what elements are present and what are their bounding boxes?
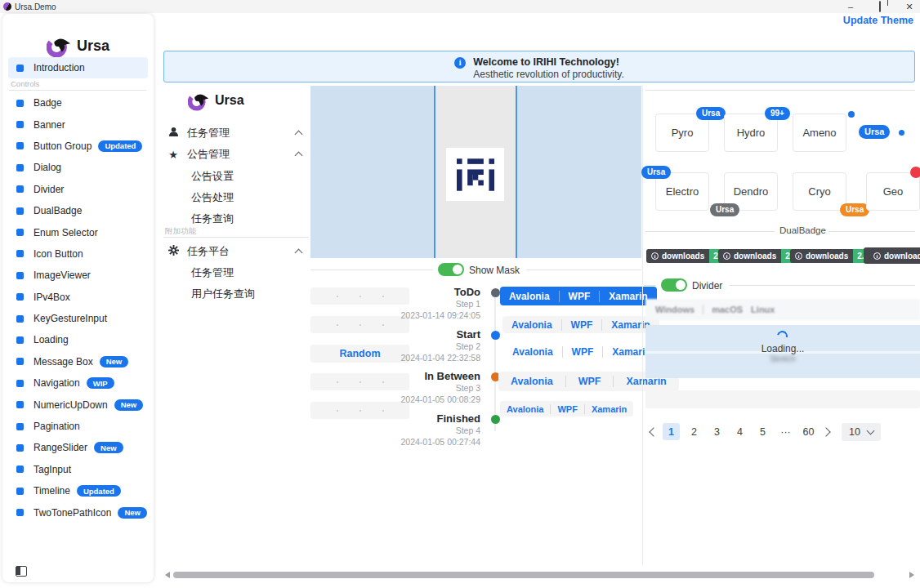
sidebar-logo: Ursa (2, 33, 154, 58)
page-5[interactable]: 5 (754, 423, 771, 440)
title-bar: Ursa.Demo – ✕ (0, 0, 920, 13)
status-badge: Updated (98, 140, 142, 152)
square-bullet-icon (16, 65, 24, 72)
menu-item-task-platform[interactable]: 任务平台 (167, 244, 230, 259)
sidebar-item[interactable]: KeyGestureInput (8, 308, 148, 329)
status-badge: WIP (87, 377, 114, 389)
sidebar: Ursa Introduction Controls Badge Banner (2, 14, 154, 582)
dualbadge-downloads[interactable]: idownloads (864, 247, 920, 264)
menu-item-task-query[interactable]: 任务查询 (191, 212, 234, 226)
page-60[interactable]: 60 (800, 423, 817, 440)
restore-button[interactable] (874, 2, 886, 11)
sidebar-item[interactable]: Navigation WIP (8, 372, 148, 394)
square-bullet-icon (16, 121, 24, 128)
divider-toggle[interactable] (661, 278, 687, 292)
chevron-up-icon[interactable] (295, 249, 303, 257)
menu-item-announce-settings[interactable]: 公告设置 (191, 169, 234, 184)
scroll-left-arrow[interactable] (165, 572, 170, 578)
ursa-badge: Ursa (641, 166, 671, 179)
sidebar-item[interactable]: Enum Selector (8, 221, 148, 243)
app-window: Ursa.Demo – ✕ Update Theme Ursa Introduc… (0, 0, 920, 588)
sidebar-item[interactable]: TagInput (8, 459, 148, 480)
minimize-button[interactable]: – (845, 2, 856, 11)
menu-item-task-mgmt[interactable]: 任务管理 (167, 126, 230, 140)
info-icon: i (651, 252, 659, 260)
scroll-right-arrow[interactable] (909, 572, 914, 578)
sidebar-brand: Ursa (77, 38, 109, 55)
menu-item-task-mgmt-2[interactable]: 任务管理 (191, 265, 234, 280)
avalonia-button[interactable]: Avalonia (502, 319, 561, 331)
page-2[interactable]: 2 (686, 423, 703, 440)
update-theme-button[interactable]: Update Theme (843, 15, 913, 26)
sidebar-item[interactable]: RangeSlider New (8, 437, 148, 458)
viewer-crop-line[interactable] (434, 86, 435, 258)
sidebar-item[interactable]: Button Group Updated (8, 136, 148, 157)
spinner-icon (775, 329, 790, 344)
sidebar-item[interactable]: NumericUpDown New (8, 394, 148, 415)
avalonia-button[interactable]: Avalonia (503, 346, 562, 358)
square-bullet-icon (16, 358, 24, 365)
page-3[interactable]: 3 (708, 423, 726, 440)
gear-icon (167, 245, 180, 258)
menu-item-announce-process[interactable]: 公告处理 (191, 190, 234, 205)
viewer-crop-line[interactable] (516, 86, 517, 258)
divider-toggle-label: Divider (692, 280, 722, 292)
horizontal-scrollbar-thumb[interactable] (173, 572, 874, 578)
sidebar-item[interactable]: Loading (8, 329, 148, 350)
page-size-select[interactable]: 10 (842, 423, 881, 441)
sidebar-item[interactable]: TwoTonePathIcon New (8, 501, 148, 523)
dot-badge (899, 130, 904, 136)
sidebar-item-introduction[interactable]: Introduction (8, 57, 148, 78)
sidebar-item[interactable]: Message Box New (8, 351, 148, 372)
sidebar-item[interactable]: ImageViewer (8, 265, 148, 286)
avalonia-button[interactable]: Avalonia (498, 376, 565, 387)
menu-item-user-task-query[interactable]: 用户任务查询 (191, 287, 255, 301)
loading-panel: Loading... Stretch (645, 325, 920, 378)
menu-item-announce-mgmt[interactable]: ★ 公告管理 (167, 147, 230, 162)
chevron-up-icon[interactable] (295, 152, 303, 160)
image-viewer[interactable] (310, 86, 641, 258)
divider-line (730, 285, 915, 286)
avalonia-button[interactable]: Avalonia (500, 404, 550, 414)
sidebar-divider (9, 90, 146, 91)
info-icon: i (795, 252, 802, 260)
sidebar-item[interactable]: Timeline Updated (8, 480, 148, 501)
wpf-button[interactable]: WPF (565, 376, 614, 387)
info-icon: i (873, 252, 881, 260)
sidebar-item[interactable]: Badge (8, 92, 148, 114)
tab-windows[interactable]: Windows (655, 305, 694, 314)
show-mask-toggle[interactable] (438, 263, 464, 276)
wpf-button[interactable]: WPF (561, 319, 602, 331)
sidebar-item[interactable]: Icon Button (8, 243, 148, 265)
column-splitter[interactable] (642, 86, 643, 566)
page-4[interactable]: 4 (731, 423, 748, 440)
ursa-badge-orange: Ursa (840, 203, 869, 216)
sidebar-item[interactable]: Pagination (8, 416, 148, 437)
sidebar-item[interactable]: Banner (8, 114, 148, 135)
divider-line (645, 90, 915, 91)
tab-linux[interactable]: Linux (751, 305, 775, 314)
wpf-button[interactable]: WPF (550, 404, 583, 414)
wpf-button[interactable]: WPF (559, 291, 600, 302)
sidebar-item[interactable]: Divider (8, 179, 148, 200)
status-badge: New (100, 356, 129, 368)
xamarin-button[interactable]: Xamarin (584, 404, 633, 414)
tab-macos[interactable]: macOS (712, 305, 743, 314)
sidebar-collapse-button[interactable] (16, 566, 27, 577)
page-ellipsis[interactable]: ··· (777, 423, 794, 440)
square-bullet-icon (16, 466, 24, 473)
page-1[interactable]: 1 (663, 423, 680, 440)
wpf-button[interactable]: WPF (562, 346, 603, 358)
status-badge: Updated (77, 485, 121, 497)
close-button[interactable]: ✕ (904, 2, 915, 12)
ursa-badge: Ursa (859, 125, 890, 139)
chevron-up-icon[interactable] (295, 131, 303, 139)
prev-page-icon[interactable] (649, 427, 658, 436)
timeline-dot-icon (491, 331, 500, 340)
next-page-icon[interactable] (821, 427, 830, 436)
sidebar-item[interactable]: Dialog (8, 157, 148, 178)
sidebar-item[interactable]: DualBadge (8, 200, 148, 221)
avalonia-button[interactable]: Avalonia (500, 291, 559, 302)
sidebar-item[interactable]: IPv4Box (8, 287, 148, 308)
pagination: 1 2 3 4 5 ··· 60 10 (645, 422, 920, 441)
